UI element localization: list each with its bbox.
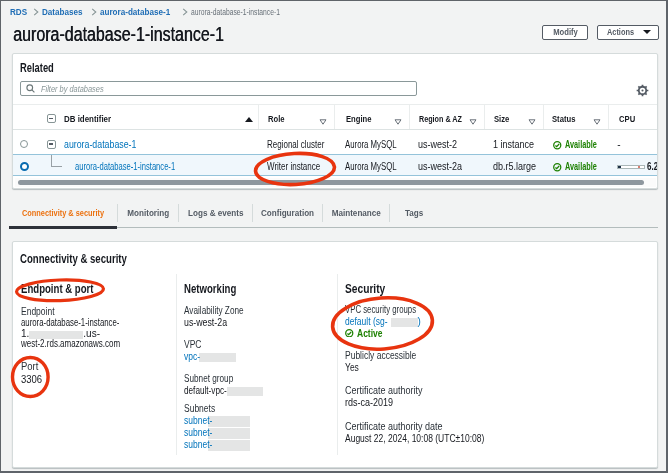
page-title: aurora-database-1-instance-1: [13, 23, 224, 46]
db-identifier-cell: aurora-database-1-instance-1: [35, 155, 258, 175]
tab-connectivity-security[interactable]: Connectivity & security: [10, 202, 117, 227]
subnet-link[interactable]: subnet-: [184, 427, 217, 438]
redaction-box: [199, 353, 236, 362]
cell-region: us-west-2: [409, 130, 484, 154]
filter-icon[interactable]: [593, 117, 601, 127]
cluster-link[interactable]: aurora-database-1: [64, 139, 146, 150]
publicly-accessible-value: Yes: [345, 362, 658, 374]
header-status[interactable]: Status: [543, 105, 608, 129]
search-icon: [26, 84, 35, 93]
filter-funnel-icon: [593, 119, 601, 125]
vpc-link[interactable]: vpc-: [184, 351, 203, 362]
tree-collapse-icon[interactable]: [47, 140, 56, 149]
endpoint-label: Endpoint: [21, 306, 176, 318]
chevron-right-icon: [33, 8, 39, 16]
vpc-label: VPC: [184, 339, 337, 351]
security-group-link-close[interactable]: ): [418, 316, 421, 327]
connectivity-panel-title: Connectivity & security: [20, 251, 165, 266]
filter-icon[interactable]: [394, 117, 402, 127]
caret-down-icon: [643, 30, 651, 34]
subnets-label: Subnets: [184, 403, 337, 415]
check-circle-icon: [553, 141, 562, 150]
chevron-right-icon: [182, 8, 188, 16]
tab-maintenance[interactable]: Maintenance: [322, 202, 389, 227]
header-cpu[interactable]: CPU: [608, 105, 657, 129]
sg-status: Active: [345, 328, 658, 339]
certificate-authority-value: rds-ca-2019: [345, 397, 658, 409]
tree-connector: [51, 155, 62, 167]
subnet-link[interactable]: subnet-: [184, 415, 217, 426]
tab-tags[interactable]: Tags: [389, 202, 439, 227]
related-table: DB identifier Role Engine Region & AZ Si…: [13, 104, 657, 176]
header-region-az-label: Region & AZ: [419, 114, 462, 124]
select-cell: [13, 155, 35, 175]
vpc-security-groups-label: VPC security groups: [345, 304, 658, 316]
header-engine[interactable]: Engine: [334, 105, 409, 129]
header-role[interactable]: Role: [258, 105, 334, 129]
search-input[interactable]: Filter by databases: [20, 81, 417, 96]
subnets-list: subnet- subnet- subnet-: [184, 415, 337, 451]
header-cpu-label: CPU: [619, 114, 635, 124]
related-panel: Related Filter by databases DB identifie…: [12, 53, 658, 189]
header-region-az[interactable]: Region & AZ: [409, 105, 484, 129]
header-select-cell: [13, 105, 35, 129]
breadcrumb-cluster[interactable]: aurora-database-1: [100, 7, 178, 17]
sort-ascending-icon: [245, 117, 253, 122]
cell-size: db.r5.large: [484, 155, 544, 175]
subnet-group-value: default-vpc-: [184, 385, 337, 397]
table-row-instance-selected[interactable]: aurora-database-1-instance-1 Writer inst…: [13, 154, 657, 176]
endpoint-port-column: Endpoint & port Endpoint aurora-database…: [13, 274, 176, 455]
filter-icon[interactable]: [319, 117, 327, 127]
header-engine-label: Engine: [346, 114, 372, 124]
radio-unselected[interactable]: [20, 140, 28, 148]
actions-button-label: Actions: [607, 27, 634, 37]
breadcrumb: RDS Databases aurora-database-1 aurora-d…: [10, 6, 310, 18]
redaction-box: [208, 440, 250, 451]
certificate-authority-date-label: Certificate authority date: [345, 421, 658, 433]
breadcrumb-rds[interactable]: RDS: [10, 7, 29, 17]
filter-funnel-icon: [528, 119, 536, 125]
horizontal-scrollbar[interactable]: [15, 178, 656, 187]
breadcrumb-databases[interactable]: Databases: [42, 7, 87, 17]
scrollbar-thumb[interactable]: [18, 180, 644, 185]
chevron-right-icon: [91, 8, 97, 16]
cpu-gauge: 6.27: [617, 161, 657, 172]
table-row-cluster[interactable]: aurora-database-1 Regional cluster Auror…: [13, 130, 657, 154]
related-panel-title: Related: [20, 61, 63, 75]
tab-bar: Connectivity & security Monitoring Logs …: [10, 202, 658, 228]
redaction-box: [227, 387, 263, 396]
tab-logs-events[interactable]: Logs & events: [178, 202, 252, 227]
search-placeholder: Filter by databases: [41, 83, 121, 94]
security-heading: Security: [345, 282, 658, 296]
instance-link[interactable]: aurora-database-1-instance-1: [75, 161, 207, 172]
collapse-all-icon[interactable]: [47, 114, 56, 123]
breadcrumb-current: aurora-database-1-instance-1: [191, 7, 310, 17]
header-db-identifier-label: DB identifier: [64, 114, 111, 124]
subnet-link[interactable]: subnet-: [184, 439, 217, 450]
cell-cpu: -: [608, 130, 657, 154]
actions-button[interactable]: Actions: [597, 25, 659, 40]
settings-gear-icon[interactable]: [636, 83, 650, 97]
port-value: 3306: [21, 374, 176, 386]
redaction-box: [391, 318, 418, 327]
cell-role: Regional cluster: [258, 130, 334, 154]
filter-funnel-icon: [394, 119, 402, 125]
header-status-label: Status: [552, 114, 575, 124]
modify-button[interactable]: Modify: [542, 25, 588, 40]
security-group-link[interactable]: default (sg-: [345, 316, 395, 327]
tab-monitoring[interactable]: Monitoring: [117, 202, 179, 227]
table-header-row: DB identifier Role Engine Region & AZ Si…: [13, 104, 657, 130]
header-db-identifier[interactable]: DB identifier: [35, 105, 258, 129]
security-group-value: default (sg-): [345, 316, 658, 328]
filter-icon[interactable]: [469, 117, 477, 127]
filter-funnel-icon: [319, 119, 327, 125]
tab-configuration[interactable]: Configuration: [252, 202, 322, 227]
filter-icon[interactable]: [528, 117, 536, 127]
header-size[interactable]: Size: [484, 105, 544, 129]
az-value: us-west-2a: [184, 317, 337, 329]
cell-role: Writer instance: [258, 155, 334, 175]
radio-selected[interactable]: [20, 162, 29, 171]
check-circle-icon: [553, 163, 562, 172]
cell-cpu: 6.27: [608, 155, 657, 175]
cell-status: Available: [543, 155, 608, 175]
